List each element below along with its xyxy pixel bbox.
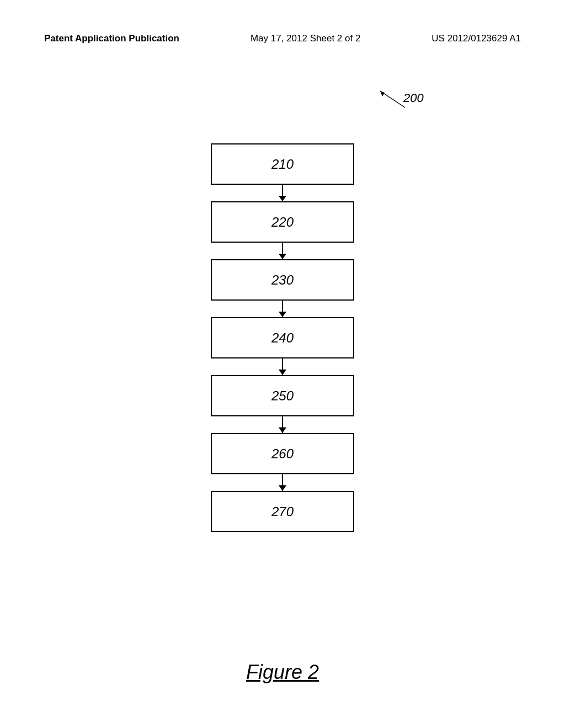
flow-box-210-label: 210	[271, 157, 294, 172]
flow-box-220-label: 220	[271, 215, 294, 230]
flow-box-230: 230	[211, 259, 354, 301]
flow-box-210: 210	[211, 143, 354, 185]
flow-box-260-label: 260	[271, 446, 294, 462]
header: Patent Application Publication May 17, 2…	[44, 33, 521, 44]
flow-box-240-label: 240	[271, 330, 294, 346]
flow-box-270: 270	[211, 491, 354, 532]
flow-box-250-label: 250	[271, 388, 294, 404]
flow-box-260: 260	[211, 433, 354, 474]
flow-arrow-250-260	[282, 416, 283, 433]
figure-caption: Figure 2	[246, 661, 319, 684]
flow-arrow-220-230	[282, 243, 283, 259]
flow-arrow-210-220	[282, 185, 283, 201]
flowchart: 210 220 230 240 250 260	[211, 143, 354, 532]
flow-arrow-230-240	[282, 301, 283, 317]
flow-box-270-label: 270	[271, 504, 294, 520]
flowchart-container: 210 220 230 240 250 260	[44, 77, 521, 532]
flow-box-220: 220	[211, 201, 354, 243]
flow-arrow-240-250	[282, 358, 283, 375]
header-patent-number: US 2012/0123629 A1	[431, 33, 521, 44]
flow-arrow-260-270	[282, 474, 283, 491]
header-publication-label: Patent Application Publication	[44, 33, 179, 44]
flow-box-240: 240	[211, 317, 354, 358]
header-date-sheet: May 17, 2012 Sheet 2 of 2	[250, 33, 360, 44]
flow-box-250: 250	[211, 375, 354, 416]
page: Patent Application Publication May 17, 2…	[0, 0, 565, 728]
flow-box-230-label: 230	[271, 272, 294, 288]
